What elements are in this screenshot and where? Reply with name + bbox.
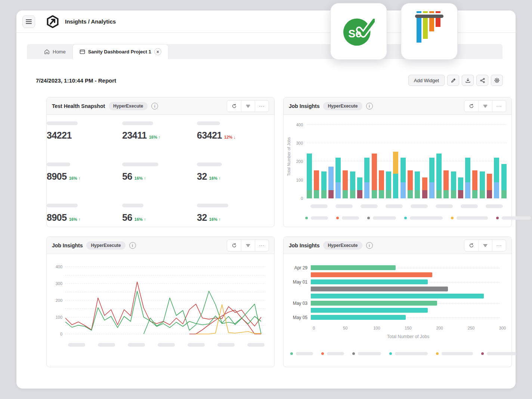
teal-hbar[interactable] [311,315,406,320]
stacked-bar[interactable] [393,152,398,198]
tab-home[interactable]: Home [37,44,72,59]
gray-hbar[interactable] [311,287,448,291]
filter-button[interactable] [241,100,255,112]
refresh-button[interactable] [464,240,478,251]
refresh-button[interactable] [227,100,241,112]
add-widget-button[interactable]: Add Widget [408,75,445,86]
chart-legend [305,216,531,220]
legend-item-orange[interactable] [321,352,344,355]
stacked-bar[interactable] [314,170,319,198]
green-hbar[interactable] [311,265,396,270]
tab-sanity-dashboard-project[interactable]: Sanity Dashboard Project 1 × [72,44,168,59]
stacked-bar[interactable] [364,158,369,198]
stacked-bar[interactable] [487,174,492,198]
x-tick-skeleton [461,204,478,208]
share-button[interactable] [476,75,488,86]
teal-hbar[interactable] [311,294,484,299]
teal-bar-segment [386,171,391,190]
teal-hbar[interactable] [311,308,428,313]
legend-item-teal[interactable] [389,352,428,355]
edit-button[interactable] [447,75,459,86]
y-tick-label: 100 [296,178,303,182]
stacked-bar[interactable] [408,170,413,198]
metric-label-skeleton [197,121,220,125]
more-options-button[interactable]: ··· [492,240,506,251]
stacked-bar[interactable] [429,158,434,198]
metric: 890516% ↑ [47,163,80,182]
legend-item-yellow[interactable] [436,352,473,355]
legend-item-gray[interactable] [352,352,381,355]
stacked-bar[interactable] [458,177,463,198]
info-icon[interactable]: i [129,242,136,249]
stacked-bar[interactable] [343,170,348,198]
stacked-bar[interactable] [422,177,427,198]
x-tick-label: 200 [436,326,443,330]
legend-label-skeleton [342,216,359,220]
tab-close-button[interactable]: × [154,48,161,55]
stacked-bar[interactable] [386,171,391,198]
legend-item-green[interactable] [290,352,313,355]
teal-hbar[interactable] [311,279,428,284]
legend-item-teal[interactable] [404,216,443,220]
teal-bar-segment [458,177,463,190]
more-options-button[interactable]: ··· [255,240,269,251]
stacked-bar[interactable] [400,158,406,198]
legend-item-maroon[interactable] [481,352,516,355]
metric-label-skeleton [197,163,222,166]
legend-item-maroon[interactable] [496,216,531,220]
orange-hbar[interactable] [311,272,432,277]
green-hbar[interactable] [311,301,437,306]
more-options-button[interactable]: ··· [492,100,506,112]
filter-button[interactable] [478,100,492,112]
settings-button[interactable] [491,75,503,86]
stacked-bar[interactable] [443,170,449,198]
download-button[interactable] [462,75,474,86]
maroon-legend-dot [496,217,499,219]
stacked-bar[interactable] [436,154,442,198]
filter-button[interactable] [478,240,492,251]
stacked-bar[interactable] [501,164,507,198]
green-series-a[interactable] [65,291,261,330]
x-tick-skeleton [486,204,503,208]
more-options-button[interactable]: ··· [255,100,269,112]
metric-value: 23411 [122,130,147,141]
hbar-rows: Apr 29May 01May 03May 05 [289,265,505,322]
stacked-bar[interactable] [357,177,362,198]
stacked-bar[interactable] [350,171,355,198]
filter-button[interactable] [241,240,255,251]
stacked-bar[interactable] [307,154,312,198]
stacked-bar[interactable] [415,171,420,198]
info-icon[interactable]: i [366,242,373,249]
stacked-bar[interactable] [328,167,334,198]
menu-button[interactable] [22,15,35,28]
info-icon[interactable]: i [366,103,373,109]
metric-label-skeleton [122,121,153,125]
stacked-bar[interactable] [465,158,470,198]
teal-legend-dot [389,352,392,355]
stacked-bar[interactable] [494,158,499,198]
stacked-bar[interactable] [321,171,327,198]
x-tick-label: 300 [499,326,506,330]
legend-item-orange[interactable] [336,216,359,220]
stacked-bar[interactable] [335,158,341,198]
legend-item-gray[interactable] [367,216,396,220]
stacked-bar[interactable] [372,154,377,198]
stacked-bar[interactable] [451,171,456,198]
stacked-bar[interactable] [379,170,384,198]
metric-value: 32 [197,171,207,182]
widget-header: Test Health Snapshot HyperExecute i ··· [47,98,274,115]
refresh-button[interactable] [464,100,478,112]
legend-item-yellow[interactable] [451,216,488,220]
info-icon[interactable]: i [151,103,158,109]
metric-value-row: 5616% ↑ [122,212,146,223]
refresh-button[interactable] [227,240,241,251]
stacked-bar[interactable] [480,171,485,198]
report-framework-card[interactable] [401,3,458,60]
stacked-bar[interactable] [472,170,477,198]
selenium-card[interactable]: Se [330,3,387,60]
share-icon [480,78,485,83]
metric: 3216% ↑ [197,204,228,223]
legend-item-green[interactable] [305,216,328,220]
metric: 5616% ↑ [122,204,146,223]
blue-bar-segment [494,182,499,198]
